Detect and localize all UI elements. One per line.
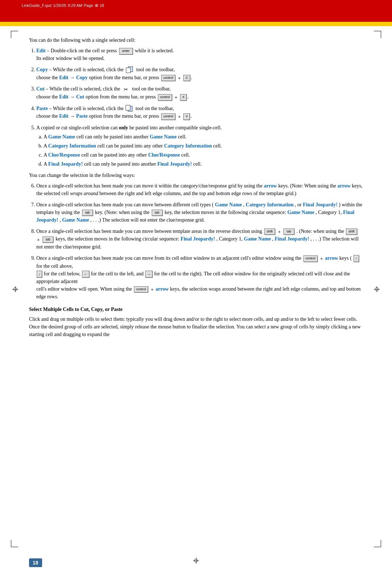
category-info-5b: Category Information [48,143,96,149]
reg-mark-left [12,286,19,293]
item7-seq2: , Category 1, [315,210,343,215]
list-item-1: Edit – Double-click on the cell or press… [36,47,363,62]
arrow-left-key-9: ← [82,271,89,278]
main-content: You can do the following with a single s… [29,36,363,542]
ctrl-key-9b: control [134,286,148,293]
sub-item-5c: A Clue/Response cell can be pasted into … [44,151,363,159]
plus-paste: + [178,113,181,120]
arrow-blue-6b: arrow [338,183,351,189]
top-bar-yellow [0,22,392,26]
item9-text1: Once a single-cell selection has been ma… [36,255,303,261]
final-jeopardy-8: Final Jeopardy! [180,236,215,242]
section-text: Click and drag on multiple cells to sele… [29,315,363,338]
copy-toolbar-icon [126,66,134,74]
x-key: X [180,94,187,101]
shift-key-8: shift [264,229,275,235]
paste-label-4: Paste [36,106,48,111]
plus-9b: + [151,286,154,293]
sub-list-5: A Game Name cell can only be pasted into… [44,133,363,168]
category-info-5b2: Category Information [164,143,212,149]
arrow-right-key-9: → [145,271,152,278]
item8-text2: . (Note: when using the [297,229,346,234]
item3-indent: choose the Edit → Cut option from the me… [36,94,189,100]
list-item-5: A copied or cut single-cell selection ca… [36,124,363,168]
item9-text7: cell's editor window will open. When usi… [36,286,133,292]
item8-seq3: , [272,236,275,242]
copy-ref-2: Copy [76,75,88,80]
item6-text4: between the right and left edge columns,… [99,191,296,196]
date: 1/25/05 [53,3,66,8]
paste-toolbar-icon [126,105,134,112]
tab-key-7: tab [82,210,93,216]
item8-text3: keys, the selection moves in the followi… [56,236,180,242]
list-item-9: Once a single-cell selection has been ma… [36,254,363,300]
plus-9: + [320,255,323,262]
tab-key-8b: tab [42,237,54,243]
arrow-blue-6: arrow [264,183,277,189]
item9-text5: for the cell to the left, and [91,271,145,276]
item5-text2: be pasted into another compatible single… [130,125,222,130]
item3-text2: tool on the toolbar, [132,86,171,92]
page-num-val: 18 [100,3,104,8]
ctrl-key-9: control [303,255,318,262]
final-jeopardy-8b: Final Jeopardy! [275,236,309,242]
item2-indent: choose the Edit → Copy option from the m… [36,74,192,82]
intro-text: You can do the following with a single s… [29,36,363,44]
final-jeopardy-7: Final Jeopardy! [303,202,338,207]
list-item-7: Once a single-cell selection has been ma… [36,201,363,224]
item7-text3: , or [295,202,303,207]
arrow-4: → [70,113,76,119]
option-3: option from the menu bar, or press [86,94,157,100]
item4-indent: choose the Edit → Paste option from the … [36,113,192,119]
item9-text3: for the cell above, [36,263,73,269]
item3-text1: – While the cell is selected, click the [46,86,122,92]
edit-ref-4: Edit [59,113,69,119]
paste-ref-4: Paste [76,113,88,119]
item5-bold: only [119,125,128,130]
item2-text1: – While the cell is selected, click the [49,67,125,72]
list-item-8: Once a single-cell selection has been ma… [36,227,363,251]
list-item-4: Paste – While the cell is selected, clic… [36,105,363,120]
header-line: LinkGuide_F.qxd 1/25/05 9:29 AM Page ⊕ 1… [22,3,370,8]
item7-text2: , [243,202,246,207]
option-2: option from the menu bar, or press [89,75,160,80]
list-item-6: Once a single-cell selection has been ma… [36,182,363,197]
item1-text1: – Double-click on the cell or press [47,48,118,53]
ctrl-key-cut: control [158,94,172,101]
item7-seq4: , . . .) The selection will not enter th… [90,217,205,223]
arrow-2: → [70,75,76,80]
cut-ref-3: Cut [76,94,85,100]
item9-text4: for the cell below, [44,271,82,276]
main-list: Edit – Double-click on the cell or press… [36,47,363,168]
item7-text1: Once a single-cell selection has been ma… [36,202,214,207]
plus-8b: + [37,236,40,243]
copy-label-2: Copy [36,67,48,72]
svg-text:✂: ✂ [124,86,128,92]
time: 9:29 AM [68,3,82,8]
sub-item-5d: A Final Jeopardy! cell can only be paste… [44,160,363,168]
reg-mark-bottom [193,558,199,563]
game-name-7c: Game Name [62,217,89,223]
edit-ref-3: Edit [59,94,69,100]
game-name-7: Game Name [215,202,242,207]
item7-text6: key, the selection moves in the followin… [165,210,287,215]
filename: LinkGuide_F.qxd [22,3,52,8]
crop-mark-br [374,540,381,547]
category-info-7: Category Information [246,202,294,207]
final-jeopardy-5d: Final Jeopardy! [48,161,83,167]
game-name-5a: Game Name [48,134,75,140]
wraps-around: wraps around [70,191,98,196]
crop-mark-tr [374,31,381,38]
plus-8: + [278,228,281,235]
c-key: C [183,75,190,81]
list-item-3: Cut – While the cell is selected, click … [36,85,363,101]
change-selection-text: You can change the selection in the foll… [29,171,363,179]
plus-cut: + [175,94,177,101]
list-item-2: Copy – While the cell is selected, click… [36,66,363,81]
arrow-up-key-9: ↑ [354,255,359,262]
item8-text1: Once a single-cell selection has been ma… [36,229,264,234]
enter-key-icon: enter [119,48,133,54]
game-name-7b: Game Name [287,210,314,215]
sub-item-5a: A Game Name cell can only be pasted into… [44,133,363,141]
tab-key-8: tab [283,229,295,235]
